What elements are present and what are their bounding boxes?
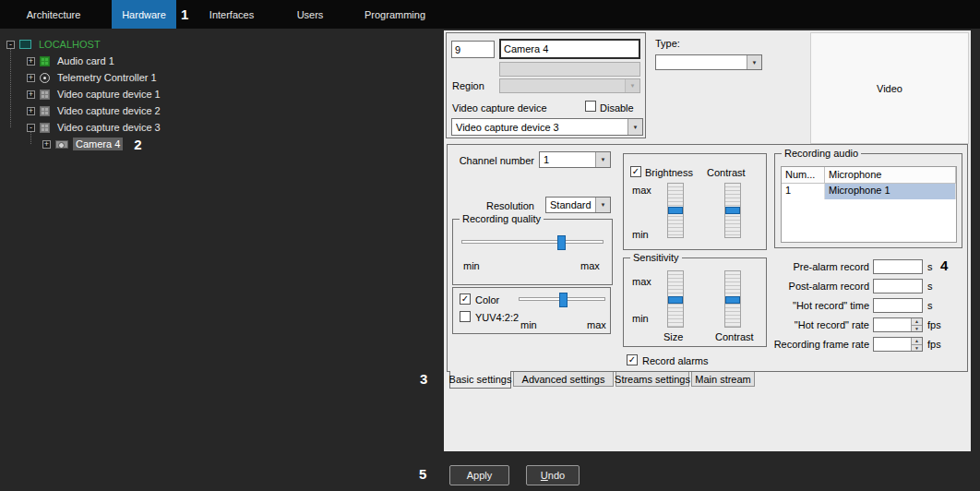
channel-number-value: 1 — [544, 152, 594, 167]
sensitivity-size-slider[interactable] — [667, 270, 684, 328]
slider-handle[interactable] — [668, 296, 683, 304]
resolution-select[interactable]: Standard ▼ — [545, 197, 611, 213]
camera-settings-group: Channel number 1 ▼ Resolution Standard ▼… — [447, 144, 968, 372]
color-checkbox[interactable]: ✓ — [460, 293, 471, 305]
channel-number-select[interactable]: 1 ▼ — [539, 151, 611, 168]
column-header-num[interactable]: Num... — [782, 167, 825, 183]
spinner-up-icon[interactable]: ▲ — [912, 338, 922, 345]
callout-4: 4 — [940, 257, 948, 273]
hot-record-rate-label: "Hot record" rate — [715, 319, 869, 330]
apply-button[interactable]: Apply — [449, 465, 509, 485]
type-select[interactable]: ▼ — [655, 54, 762, 70]
recording-quality-title: Recording quality — [460, 213, 544, 224]
color-max-label: max — [587, 319, 606, 330]
video-capture-device-select[interactable]: Video capture device 3 ▼ — [451, 118, 643, 136]
tree-item-video-device-1[interactable]: + Video capture device 1 — [27, 87, 163, 102]
top-nav-bar: Architecture Hardware Interfaces Users P… — [0, 0, 980, 29]
tree-expander-icon[interactable]: + — [27, 107, 35, 115]
video-preview: Video — [810, 32, 969, 144]
tree-item-label[interactable]: Telemetry Controller 1 — [54, 71, 160, 84]
tree-item-label[interactable]: LOCALHOST — [36, 38, 103, 51]
disable-checkbox[interactable] — [585, 101, 596, 112]
undo-button[interactable]: Undo — [526, 465, 580, 485]
tree-item-label[interactable]: Audio card 1 — [54, 54, 117, 67]
contrast-label: Contrast — [707, 167, 746, 178]
app-window: Architecture Hardware Interfaces Users P… — [0, 0, 980, 491]
dropdown-arrow-icon[interactable]: ▼ — [595, 198, 610, 212]
tree-item-video-device-2[interactable]: + Video capture device 2 — [27, 103, 163, 118]
slider-handle[interactable] — [559, 293, 568, 307]
nav-tab-interfaces[interactable]: Interfaces — [197, 0, 266, 29]
channel-number-label: Channel number — [457, 155, 534, 166]
tree-item-localhost[interactable]: - LOCALHOST — [6, 37, 103, 52]
nav-tab-users[interactable]: Users — [279, 0, 341, 29]
spinner-down-icon[interactable]: ▼ — [912, 345, 922, 352]
table-row[interactable]: 1 Microphone 1 — [782, 184, 956, 199]
dropdown-arrow-icon[interactable]: ▼ — [747, 55, 761, 69]
brightness-slider[interactable] — [667, 183, 684, 238]
record-alarms-checkbox[interactable]: ✓ — [627, 354, 638, 365]
spinner-up-icon[interactable]: ▲ — [912, 318, 922, 326]
record-alarms-label: Record alarms — [642, 355, 709, 366]
pre-alarm-record-input[interactable] — [873, 259, 923, 274]
tree-item-audio-card[interactable]: + Audio card 1 — [27, 54, 117, 68]
recording-quality-slider[interactable] — [461, 235, 604, 250]
hot-record-rate-input[interactable]: ▲ ▼ — [873, 317, 923, 332]
tab-basic-settings[interactable]: Basic settings — [449, 371, 511, 389]
tab-main-stream[interactable]: Main stream — [691, 372, 755, 387]
sensitivity-min-label: min — [632, 313, 649, 324]
recording-audio-title: Recording audio — [782, 148, 861, 159]
nav-tab-architecture[interactable]: Architecture — [13, 0, 94, 29]
tab-streams-settings[interactable]: Streams settings — [615, 372, 689, 387]
brightness-label: Brightness — [645, 167, 693, 178]
dropdown-arrow-icon[interactable]: ▼ — [627, 119, 642, 135]
tree-item-label[interactable]: Video capture device 3 — [54, 121, 163, 134]
tree-item-label[interactable]: Video capture device 1 — [54, 88, 163, 101]
slider-handle[interactable] — [668, 207, 683, 214]
callout-5: 5 — [419, 466, 426, 482]
slider-handle[interactable] — [725, 207, 740, 214]
pre-alarm-record-unit: s — [927, 261, 933, 272]
type-select-value — [660, 55, 746, 69]
audio-row-num[interactable]: 1 — [782, 184, 825, 199]
yuv-checkbox[interactable] — [460, 311, 471, 322]
sensitivity-title: Sensitivity — [630, 252, 682, 263]
spinner-control[interactable]: ▲ ▼ — [911, 318, 922, 331]
hot-record-time-input[interactable] — [873, 298, 923, 313]
recording-frame-rate-label: Recording frame rate — [715, 339, 869, 350]
tree-item-telemetry-controller[interactable]: + Telemetry Controller 1 — [27, 70, 160, 85]
tree-item-label[interactable]: Video capture device 2 — [54, 104, 163, 117]
video-capture-device-label: Video capture device — [452, 102, 547, 114]
undo-button-label: Undo — [541, 470, 565, 481]
region-select: ▼ — [499, 78, 640, 93]
parent-field — [499, 62, 640, 77]
tree-expander-icon[interactable]: + — [27, 74, 35, 82]
callout-3: 3 — [420, 371, 427, 387]
spinner-down-icon[interactable]: ▼ — [912, 326, 922, 332]
brightness-contrast-checkbox[interactable]: ✓ — [630, 166, 641, 177]
object-id-field[interactable]: 9 — [451, 41, 495, 58]
nav-tab-programming[interactable]: Programming — [356, 0, 434, 29]
column-header-microphone[interactable]: Microphone — [825, 167, 956, 183]
tree-expander-icon[interactable]: + — [27, 57, 35, 66]
nav-tab-hardware[interactable]: Hardware — [112, 0, 176, 29]
slider-handle[interactable] — [557, 235, 566, 250]
color-slider[interactable] — [519, 293, 605, 307]
tree-expander-icon[interactable]: + — [42, 140, 51, 149]
audio-row-microphone[interactable]: Microphone 1 — [825, 184, 956, 199]
tree-expander-icon[interactable]: - — [6, 41, 15, 49]
recording-frame-rate-input[interactable]: ▲ ▼ — [873, 337, 923, 352]
spinner-control[interactable]: ▲ ▼ — [911, 338, 922, 351]
tree-item-label[interactable]: Camera 4 — [73, 138, 123, 150]
tree-expander-icon[interactable]: - — [27, 124, 35, 132]
contrast-slider[interactable] — [724, 183, 741, 238]
video-device-icon — [40, 90, 50, 100]
tree-item-video-device-3[interactable]: - Video capture device 3 — [27, 120, 163, 135]
object-name-field[interactable]: Camera 4 — [499, 39, 640, 59]
post-alarm-record-input[interactable] — [873, 279, 923, 293]
tree-item-camera-4[interactable]: + Camera 4 2 — [42, 137, 142, 151]
sensitivity-size-label: Size — [663, 331, 683, 342]
tree-expander-icon[interactable]: + — [27, 90, 35, 99]
dropdown-arrow-icon[interactable]: ▼ — [595, 152, 610, 167]
tab-advanced-settings[interactable]: Advanced settings — [513, 372, 614, 387]
